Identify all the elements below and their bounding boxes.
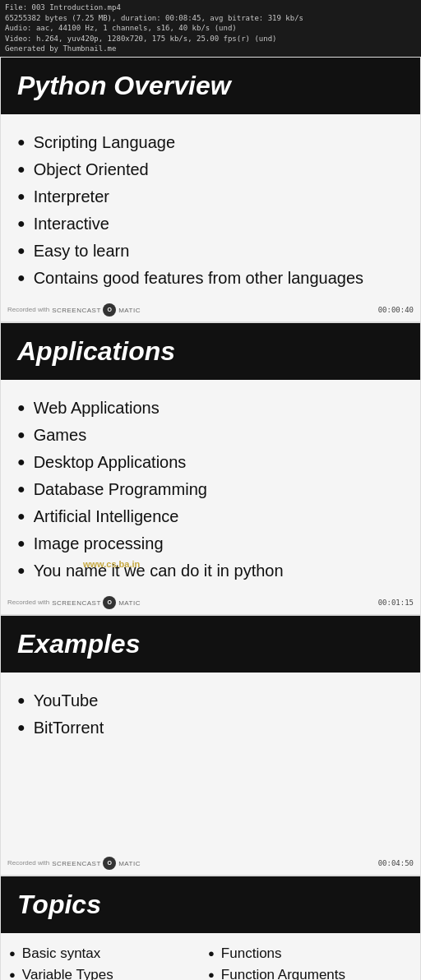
slide-applications-list: Web Applications Games Desktop Applicati… — [17, 395, 404, 585]
topics-col2: Functions Function Arguments Keywords Da… — [208, 943, 407, 980]
slide-overview-header: Python Overview — [1, 58, 420, 114]
slide-applications-body: Web Applications Games Desktop Applicati… — [1, 380, 420, 593]
list-item: You name it we can do it in python www.c… — [17, 557, 404, 585]
file-info-line1: File: 003 Introduction.mp4 — [5, 2, 416, 13]
slide-overview-title: Python Overview — [17, 71, 404, 101]
topics-col1: Basic syntax Variable Types Basic Operat… — [9, 943, 208, 980]
list-item: Scripting Language — [17, 129, 404, 156]
topics-col2-list: Functions Function Arguments Keywords Da… — [208, 943, 407, 980]
screencast-logo-text: SCREENCAST O MATIC — [52, 303, 141, 317]
screencast-branding-3: Recorded with SCREENCAST O MATIC — [7, 857, 141, 870]
slide-applications-footer: Recorded with SCREENCAST O MATIC 00:01:1… — [1, 593, 420, 614]
slide-examples-body-wrapper: YouTube BitTorrent — [1, 673, 420, 853]
slide-examples-timestamp: 00:04:50 — [378, 859, 414, 867]
slide-overview: Python Overview Scripting Language Objec… — [0, 57, 421, 322]
list-item: Variable Types — [9, 964, 208, 980]
list-item: Image processing — [17, 530, 404, 557]
list-item: Desktop Applications — [17, 449, 404, 476]
screencast-logo-icon-2: O — [103, 596, 116, 609]
screencast-logo-text-3: SCREENCAST O MATIC — [52, 857, 141, 870]
list-item: Easy to learn — [17, 238, 404, 265]
slide-topics: Topics Basic syntax Variable Types Basic… — [0, 876, 421, 980]
recorded-with-text-3: Recorded with — [7, 859, 49, 867]
screencast-branding-2: Recorded with SCREENCAST O MATIC — [7, 596, 141, 609]
slide-applications-title: Applications — [17, 336, 404, 367]
slide-topics-title: Topics — [17, 890, 404, 920]
recorded-with-text-2: Recorded with — [7, 599, 49, 606]
list-item: Database Programming — [17, 476, 404, 503]
list-item: BitTorrent — [17, 714, 404, 742]
list-item: Games — [17, 422, 404, 449]
slide-examples-list: YouTube BitTorrent — [17, 687, 404, 742]
file-info-line4: Video: h.264, yuv420p, 1280x720, 175 kb/… — [5, 34, 416, 44]
file-info-bar: File: 003 Introduction.mp4 65255382 byte… — [0, 0, 421, 57]
screencast-branding: Recorded with SCREENCAST O MATIC — [7, 303, 141, 317]
list-item: Interpreter — [17, 183, 404, 210]
list-item: Basic syntax — [9, 943, 208, 964]
file-info-line3: Audio: aac, 44100 Hz, 1 channels, s16, 4… — [5, 23, 416, 34]
list-item: Web Applications — [17, 395, 404, 422]
list-item: YouTube — [17, 687, 404, 714]
slide-examples-title: Examples — [17, 629, 404, 659]
slide-topics-header: Topics — [1, 876, 420, 933]
slide-applications: Applications Web Applications Games Desk… — [0, 322, 421, 615]
list-item: Function Arguments — [208, 964, 407, 980]
slide-examples-header: Examples — [1, 616, 420, 673]
slide-overview-body-wrapper: Scripting Language Object Oriented Inter… — [1, 114, 420, 300]
slide-examples: Examples YouTube BitTorrent Recorded wit… — [0, 615, 421, 876]
slide-overview-timestamp: 00:00:40 — [378, 306, 414, 314]
topics-col1-list: Basic syntax Variable Types Basic Operat… — [9, 943, 208, 980]
screencast-logo-icon-3: O — [103, 857, 116, 870]
topics-two-col: Basic syntax Variable Types Basic Operat… — [9, 943, 407, 980]
list-item: Interactive — [17, 210, 404, 238]
file-info-line5: Generated by Thumbnail.me — [5, 44, 416, 54]
slide-applications-body-wrapper: Web Applications Games Desktop Applicati… — [1, 380, 420, 593]
slide-applications-header: Applications — [1, 323, 420, 380]
screencast-logo-text-2: SCREENCAST O MATIC — [52, 596, 141, 609]
slide-examples-body: YouTube BitTorrent — [1, 673, 420, 853]
file-info-line2: 65255382 bytes (7.25 MB), duration: 00:0… — [5, 13, 416, 24]
slide-examples-footer: Recorded with SCREENCAST O MATIC 00:04:5… — [1, 853, 420, 875]
slide-overview-list: Scripting Language Object Oriented Inter… — [17, 129, 404, 292]
recorded-with-text: Recorded with — [7, 306, 49, 313]
slide-overview-body: Scripting Language Object Oriented Inter… — [1, 114, 420, 300]
list-item: Contains good features from other langua… — [17, 265, 404, 292]
list-item: Functions — [208, 943, 407, 964]
screencast-logo-icon: O — [103, 303, 116, 317]
slide-topics-body-wrapper: Basic syntax Variable Types Basic Operat… — [1, 933, 420, 980]
list-item: Object Oriented — [17, 156, 404, 183]
slide-topics-body: Basic syntax Variable Types Basic Operat… — [1, 933, 420, 980]
list-item: Artificial Intelligence — [17, 503, 404, 530]
slide-applications-timestamp: 00:01:15 — [378, 599, 414, 607]
slide-overview-footer: Recorded with SCREENCAST O MATIC 00:00:4… — [1, 300, 420, 321]
